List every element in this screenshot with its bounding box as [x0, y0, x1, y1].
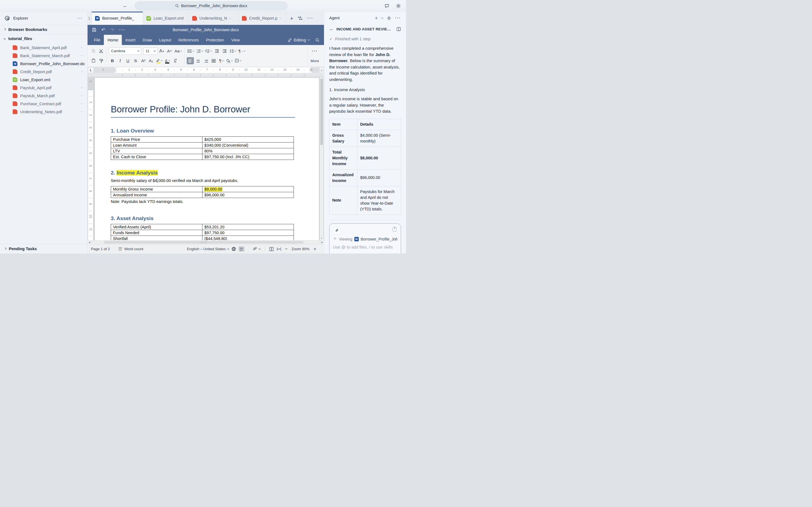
globe-icon[interactable]: [231, 246, 236, 251]
document-page[interactable]: Borrower Profile: John D. Borrower 1. Lo…: [95, 77, 319, 240]
font-size-select[interactable]: 11: [143, 48, 158, 55]
menu-draw[interactable]: Draw: [139, 35, 156, 45]
tab-credit-report[interactable]: Credit_Report.p: [238, 12, 286, 25]
italic-button[interactable]: I: [117, 57, 124, 64]
menu-references[interactable]: References: [175, 35, 203, 45]
zoom-in-button[interactable]: +: [313, 246, 317, 252]
bold-button[interactable]: B: [109, 57, 116, 64]
copy-button[interactable]: [90, 48, 97, 55]
strikethrough-button[interactable]: S: [132, 57, 139, 64]
numbered-list-button[interactable]: [196, 48, 204, 55]
change-case-button[interactable]: Aa: [174, 48, 182, 55]
borders-button[interactable]: [234, 57, 242, 64]
shading-button[interactable]: [225, 57, 233, 64]
tab-underwriting-notes[interactable]: Underwriting_N: [189, 12, 238, 25]
align-center-button[interactable]: [195, 57, 202, 64]
tab-borrower-profile[interactable]: WBorrower_Profile_: [92, 12, 143, 25]
justify-button[interactable]: [210, 57, 217, 64]
page-indicator[interactable]: Page 1 of 2: [91, 247, 110, 251]
file-item-underwriting-notes[interactable]: Underwriting_Notes.pdf: [0, 108, 87, 116]
new-chat-icon[interactable]: [384, 3, 390, 9]
menu-layout[interactable]: Layout: [156, 35, 175, 45]
undo-icon[interactable]: ↶: [101, 27, 105, 33]
superscript-button[interactable]: A²: [140, 57, 147, 64]
paragraph-direction-button[interactable]: ¶→: [237, 48, 246, 55]
viewing-context-row[interactable]: Viewing W Borrower_Profile_John_Borro: [333, 237, 397, 241]
decrease-font-button[interactable]: A▼: [166, 48, 173, 55]
clear-format-button[interactable]: [171, 57, 179, 64]
hanging-indent-marker[interactable]: [114, 71, 118, 73]
font-name-select[interactable]: Cambria: [109, 48, 142, 55]
settings-gear-icon[interactable]: [396, 3, 401, 9]
menu-file[interactable]: File: [90, 35, 104, 45]
agent-input-box[interactable]: Viewing W Borrower_Profile_John_Borro Us…: [329, 223, 401, 253]
fit-page-icon[interactable]: [269, 246, 274, 251]
new-tab-icon[interactable]: +: [290, 15, 293, 21]
language-selector[interactable]: English – United States: [187, 247, 229, 251]
chevron-down-icon[interactable]: [381, 16, 383, 18]
multilevel-list-button[interactable]: [204, 48, 213, 55]
format-painter-button[interactable]: [98, 57, 105, 64]
line-spacing-button[interactable]: [229, 48, 237, 55]
increase-indent-button[interactable]: [221, 48, 228, 55]
menu-protection[interactable]: Protection: [203, 35, 228, 45]
menu-home[interactable]: Home: [104, 35, 122, 45]
spell-check-button[interactable]: ABC: [238, 246, 245, 251]
agent-more-icon[interactable]: ···: [395, 15, 401, 20]
bullet-list-button[interactable]: [187, 48, 195, 55]
sidebar-item-browser-bookmarks[interactable]: Browser Bookmarks: [0, 25, 87, 34]
fit-width-icon[interactable]: [276, 246, 281, 251]
file-item-borrower-profile[interactable]: WBorrower_Profile_John_Borrower.docx: [0, 60, 87, 68]
scrollbar-thumb[interactable]: [320, 79, 323, 145]
scroll-up-button[interactable]: ▲: [320, 67, 324, 73]
note-paragraph[interactable]: Note: Paystubs lack YTD earnings totals.: [111, 200, 297, 204]
open-side-panel-icon[interactable]: [396, 27, 401, 32]
horizontal-scrollbar[interactable]: ◀ ▶: [88, 240, 324, 244]
align-left-button[interactable]: [187, 57, 194, 64]
scroll-left-button[interactable]: ◀: [88, 240, 92, 244]
bug-icon[interactable]: [387, 16, 391, 20]
file-item-bank-statement-march[interactable]: Bank_Statement_March.pdf: [0, 52, 87, 60]
increase-font-button[interactable]: A▲: [158, 48, 165, 55]
first-line-indent-marker[interactable]: [114, 67, 118, 69]
file-item-paystub-april[interactable]: Paystub_April.pdf: [0, 84, 87, 92]
track-changes-button[interactable]: [253, 246, 261, 251]
file-item-paystub-march[interactable]: Paystub_March.pdf: [0, 92, 87, 100]
ribbon-more-icon[interactable]: ···: [312, 49, 318, 54]
underline-button[interactable]: U: [124, 57, 131, 64]
zoom-level[interactable]: Zoom 90%: [291, 247, 310, 251]
tab-more-icon[interactable]: ···: [307, 16, 313, 21]
paste-button[interactable]: [90, 57, 97, 64]
file-item-bank-statement-april[interactable]: Bank_Statement_April.pdf: [0, 44, 87, 52]
find-icon[interactable]: [315, 38, 320, 42]
sidebar-folder-tutorial-files[interactable]: tutorial_files: [0, 34, 87, 43]
scrollbar-thumb[interactable]: [104, 241, 303, 243]
salary-paragraph[interactable]: Semi-monthly salary of $4,000.00 verifie…: [111, 178, 297, 183]
font-color-button[interactable]: A: [164, 57, 171, 64]
vertical-scrollbar[interactable]: ▼: [320, 77, 323, 240]
new-agent-chat-icon[interactable]: +: [375, 15, 378, 21]
save-icon[interactable]: [92, 27, 96, 32]
align-right-button[interactable]: [202, 57, 209, 64]
decrease-indent-button[interactable]: [213, 48, 220, 55]
titlebar-more-icon[interactable]: ···: [119, 27, 126, 33]
file-item-purchase-contract[interactable]: Purchase_Contract.pdf: [0, 100, 87, 108]
pending-tasks-section[interactable]: Pending Tasks: [0, 244, 87, 253]
menu-view[interactable]: View: [228, 35, 243, 45]
ribbon-more-label[interactable]: More: [311, 59, 319, 63]
scroll-right-button[interactable]: ▶: [320, 240, 324, 244]
split-compare-icon[interactable]: [298, 16, 303, 21]
highlight-color-button[interactable]: [155, 57, 163, 64]
tab-loan-export[interactable]: <>Loan_Export.xml: [143, 12, 189, 25]
right-indent-marker[interactable]: [309, 71, 312, 73]
scroll-down-button[interactable]: ▼: [320, 236, 323, 240]
file-item-credit-report[interactable]: Credit_Report.pdf: [0, 68, 87, 76]
zoom-out-button[interactable]: −: [284, 246, 288, 252]
show-marks-button[interactable]: ¶: [218, 57, 225, 64]
word-count-button[interactable]: 123 Word count: [118, 246, 143, 251]
subscript-button[interactable]: A₂: [148, 57, 155, 64]
sidebar-more-icon[interactable]: ···: [77, 16, 83, 20]
search-bar[interactable]: Borrower_Profile_John_Borrower.docx: [135, 1, 287, 10]
task-back-icon[interactable]: ←: [329, 26, 334, 32]
editing-mode-button[interactable]: Editing: [288, 38, 310, 42]
